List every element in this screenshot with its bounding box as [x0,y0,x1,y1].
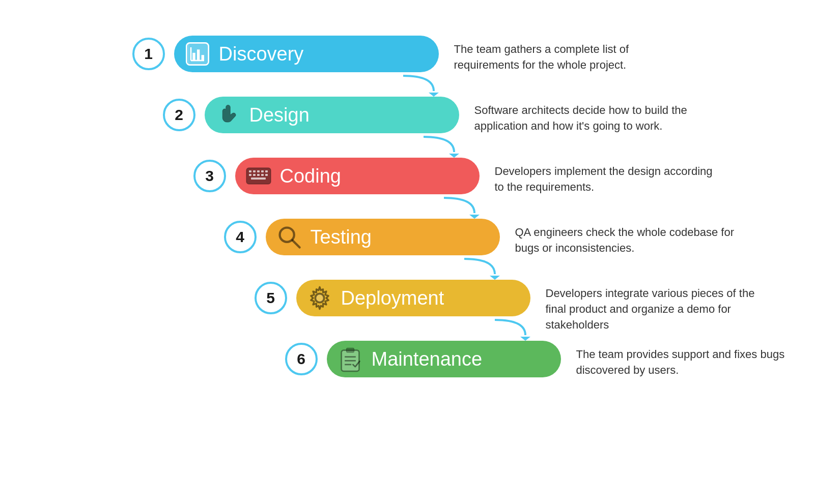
svg-marker-7 [429,93,439,97]
svg-marker-21 [469,215,480,219]
step-wrapper-4: 4 Testing QA engineers check the whole c… [132,219,713,280]
svg-point-25 [315,293,324,302]
step-wrapper-5: 5 Deployment Developers integrate variou… [132,280,713,341]
svg-rect-18 [261,174,264,176]
step-wrapper-6: 6 MaintenanceThe team provides support a… [132,341,713,378]
svg-line-23 [292,241,299,248]
step-label-1: Discovery [219,43,304,65]
step-pill-4: Testing [266,219,500,255]
step-wrapper-2: 2 Design Software architects decide how … [132,97,713,158]
svg-rect-3 [192,53,195,61]
svg-rect-16 [253,174,256,176]
svg-rect-14 [265,170,268,172]
waterfall-diagram: 1 Discovery The team gathers a complete … [102,36,713,378]
svg-marker-8 [449,154,459,158]
touch-icon [215,102,241,128]
arrow-4 [266,256,500,280]
step-description-5: Developers integrate various pieces of t… [546,286,770,333]
svg-rect-4 [197,49,199,61]
svg-rect-12 [257,170,260,172]
gear-icon [306,285,333,311]
step-description-1: The team gathers a complete list of requ… [454,42,678,73]
svg-marker-26 [520,337,530,341]
step-number-4: 4 [224,221,257,253]
step-description-6: The team provides support and fixes bugs… [576,347,800,378]
step-number-5: 5 [255,282,287,314]
step-label-4: Testing [311,226,372,248]
step-description-4: QA engineers check the whole codebase fo… [515,225,739,256]
arrow-2 [205,134,459,158]
step-wrapper-1: 1 Discovery The team gathers a complete … [132,36,713,97]
arrow-1 [174,73,439,97]
clipboard-icon [337,346,363,372]
svg-rect-10 [249,170,251,172]
keyboard-icon [245,163,272,189]
step-label-3: Coding [280,165,341,187]
step-description-2: Software architects decide how to build … [474,103,698,134]
svg-rect-15 [249,174,251,176]
svg-rect-19 [265,174,268,176]
svg-rect-11 [253,170,256,172]
svg-rect-13 [261,170,264,172]
search-icon [276,224,302,250]
step-label-6: Maintenance [372,348,483,370]
step-pill-1: Discovery [174,36,439,72]
step-number-3: 3 [193,160,226,192]
svg-marker-24 [490,276,500,280]
arrow-3 [235,195,480,219]
step-label-5: Deployment [341,287,444,309]
step-label-2: Design [249,104,310,126]
step-number-6: 6 [285,343,318,375]
step-pill-6: Maintenance [327,341,561,377]
svg-rect-17 [257,174,260,176]
step-wrapper-3: 3 Coding Developers implement the design… [132,158,713,219]
chart-icon [184,41,211,67]
svg-rect-20 [251,177,266,180]
step-pill-5: Deployment [296,280,530,316]
svg-rect-28 [346,348,354,352]
step-number-2: 2 [163,99,195,131]
step-pill-3: Coding [235,158,480,194]
step-pill-2: Design [205,97,459,133]
step-description-3: Developers implement the design accordin… [495,164,719,195]
arrow-5 [296,317,530,341]
step-number-1: 1 [132,38,165,70]
svg-rect-5 [201,55,204,61]
